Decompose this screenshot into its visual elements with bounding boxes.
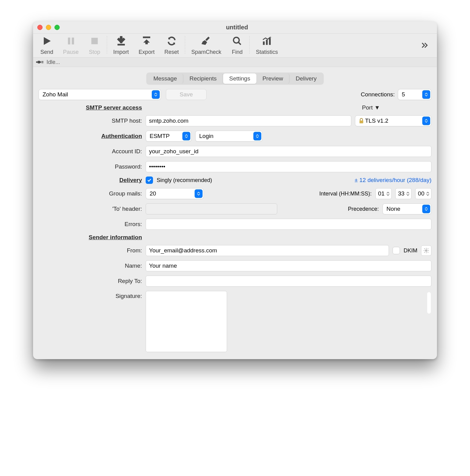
- dkim-checkbox[interactable]: [393, 247, 400, 254]
- name-label: Name:: [125, 262, 143, 269]
- password-input[interactable]: [146, 161, 431, 172]
- chevron-updown-icon: [152, 90, 160, 99]
- import-button[interactable]: Import: [113, 35, 129, 55]
- play-icon: [41, 35, 53, 47]
- lock-icon: [359, 118, 364, 124]
- broom-icon: [200, 35, 212, 47]
- export-icon: [140, 35, 153, 47]
- stop-button[interactable]: Stop: [88, 35, 101, 55]
- toolbar: Send Pause Stop: [33, 34, 437, 57]
- tab-message[interactable]: Message: [147, 73, 183, 84]
- svg-rect-9: [269, 38, 271, 45]
- segmented-control: Message Recipients Settings Preview Deli…: [146, 73, 324, 85]
- svg-rect-11: [41, 61, 43, 62]
- chevron-updown-icon: [422, 205, 430, 213]
- tab-row: Message Recipients Settings Preview Deli…: [33, 67, 437, 89]
- stop-icon: [88, 35, 101, 47]
- export-button[interactable]: Export: [139, 35, 155, 55]
- toolbar-divider: [185, 36, 185, 54]
- chevron-updown-icon: [253, 132, 261, 140]
- interval-hh-stepper[interactable]: 01: [375, 188, 392, 199]
- svg-rect-8: [266, 40, 268, 45]
- tab-delivery[interactable]: Delivery: [289, 73, 323, 84]
- connections-label: Connections:: [361, 91, 395, 98]
- section-delivery: Delivery: [119, 177, 143, 184]
- statistics-button[interactable]: Statistics: [256, 35, 278, 55]
- chevron-updown-icon: [422, 117, 430, 125]
- svg-rect-5: [143, 36, 150, 38]
- tab-recipients[interactable]: Recipients: [183, 73, 223, 84]
- search-icon: [231, 35, 243, 47]
- tls-select[interactable]: TLS v1.2: [355, 115, 431, 126]
- toolbar-divider: [107, 36, 107, 54]
- app-window: untitled Send Pause: [33, 21, 437, 359]
- svg-rect-1: [72, 38, 74, 45]
- section-sender: Sender information: [89, 234, 143, 241]
- interval-label: Interval (HH:MM:SS):: [319, 191, 372, 197]
- window-title: untitled: [41, 24, 433, 31]
- signature-textarea[interactable]: [146, 291, 227, 352]
- chart-icon: [261, 35, 273, 47]
- stepper-arrows-icon: [386, 192, 390, 196]
- pause-icon: [65, 35, 77, 47]
- from-input[interactable]: [146, 245, 389, 256]
- precedence-select[interactable]: None: [382, 203, 431, 214]
- account-id-input[interactable]: [146, 146, 431, 157]
- save-button[interactable]: Save: [166, 89, 207, 100]
- to-header-input: [146, 203, 277, 214]
- errors-label: Errors:: [125, 221, 143, 228]
- errors-input[interactable]: [146, 219, 431, 230]
- settings-panel: Zoho Mail Save Connections: 5: [33, 89, 437, 359]
- toolbar-overflow-icon[interactable]: [420, 35, 431, 55]
- singly-checkbox[interactable]: [146, 177, 153, 184]
- auth-type-select[interactable]: Login: [195, 131, 263, 142]
- password-label: Password:: [115, 163, 143, 170]
- title-bar: untitled: [33, 21, 437, 34]
- chevron-updown-icon: [182, 132, 190, 140]
- svg-point-6: [233, 37, 239, 43]
- reply-to-label: Reply To:: [118, 278, 143, 284]
- port-label[interactable]: Port ▼: [362, 104, 380, 111]
- svg-point-14: [426, 250, 427, 251]
- reply-to-input[interactable]: [146, 276, 431, 287]
- svg-rect-7: [263, 41, 265, 45]
- svg-rect-12: [41, 62, 43, 63]
- signature-label: Signature:: [115, 291, 143, 299]
- smtp-host-input[interactable]: [146, 115, 351, 126]
- tab-preview[interactable]: Preview: [256, 73, 290, 84]
- section-smtp: SMTP server access: [86, 104, 143, 111]
- auth-method-select[interactable]: ESMTP: [146, 131, 192, 142]
- spamcheck-button[interactable]: SpamCheck: [191, 35, 221, 55]
- interval-mm-stepper[interactable]: 33: [395, 188, 412, 199]
- import-icon: [115, 35, 127, 47]
- status-bar: Idle...: [33, 57, 437, 67]
- tab-settings[interactable]: Settings: [223, 73, 256, 84]
- group-mails-label: Group mails:: [109, 190, 143, 197]
- toolbar-divider: [249, 36, 250, 54]
- send-button[interactable]: Send: [40, 35, 53, 55]
- stepper-arrows-icon: [406, 192, 409, 196]
- reset-button[interactable]: Reset: [164, 35, 179, 55]
- account-id-label: Account ID:: [112, 148, 143, 155]
- scrollbar-thumb[interactable]: [427, 292, 431, 314]
- find-button[interactable]: Find: [231, 35, 243, 55]
- stepper-arrows-icon: [426, 192, 429, 196]
- chevron-updown-icon: [422, 90, 430, 99]
- preset-select[interactable]: Zoho Mail: [39, 89, 161, 100]
- precedence-label: Precedence:: [348, 206, 379, 212]
- group-mails-select[interactable]: 20: [146, 188, 204, 199]
- svg-rect-4: [145, 41, 148, 44]
- name-input[interactable]: [146, 260, 431, 271]
- pause-button[interactable]: Pause: [63, 35, 79, 55]
- connections-select[interactable]: 5: [398, 89, 431, 100]
- rate-link[interactable]: ± 12 deliveries/hour (288/day): [355, 177, 431, 184]
- dkim-settings-button[interactable]: [421, 245, 431, 256]
- svg-rect-3: [118, 44, 125, 45]
- status-text: Idle...: [47, 59, 60, 65]
- plug-icon: [36, 60, 44, 64]
- to-header-label: 'To' header:: [112, 206, 143, 212]
- interval-ss-stepper[interactable]: 00: [415, 188, 431, 199]
- singly-label: Singly (recommended): [157, 177, 212, 184]
- smtp-host-label: SMTP host:: [112, 117, 143, 124]
- section-auth: Authentication: [101, 133, 143, 139]
